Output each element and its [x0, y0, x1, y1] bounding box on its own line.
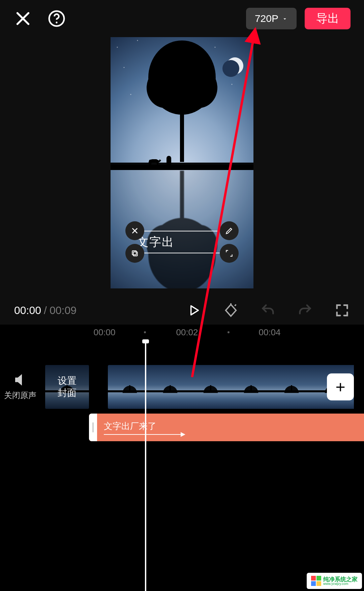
- clip-thumb[interactable]: [270, 365, 313, 409]
- redo-icon[interactable]: [297, 303, 313, 318]
- svg-point-3: [56, 22, 57, 23]
- ruler-dot: [228, 331, 230, 333]
- overlay-delete-icon[interactable]: [125, 221, 144, 240]
- tree-graphic: [145, 37, 219, 162]
- svg-rect-17: [132, 251, 136, 255]
- keyframe-icon[interactable]: [223, 303, 239, 318]
- svg-point-8: [162, 42, 202, 79]
- text-track-handle[interactable]: [89, 414, 97, 441]
- horse-graphic: [146, 157, 162, 166]
- cover-label: 设置 封面: [45, 365, 89, 409]
- export-label: 导出: [316, 11, 339, 26]
- overlay-text: 文字出: [135, 231, 229, 253]
- arrow-right-icon: [104, 434, 185, 435]
- close-icon[interactable]: [13, 9, 32, 28]
- total-time: 00:09: [50, 304, 77, 317]
- watermark: 纯净系统之家 www.ycwjzy.com: [307, 573, 362, 589]
- playhead[interactable]: [145, 341, 146, 591]
- text-track-label: 文字出厂来了: [104, 420, 357, 432]
- add-clip-button[interactable]: +: [327, 373, 354, 400]
- text-overlay[interactable]: 文字出: [135, 231, 229, 253]
- clip-strip: 关闭原声 设置 封面 +: [0, 365, 364, 409]
- watermark-logo-icon: [311, 576, 321, 586]
- help-icon[interactable]: [47, 9, 66, 28]
- cover-button[interactable]: 设置 封面: [45, 365, 89, 409]
- overlay-edit-icon[interactable]: [220, 221, 239, 240]
- current-time: 00:00: [14, 304, 41, 317]
- play-icon[interactable]: [186, 303, 202, 318]
- person-graphic: [166, 156, 171, 166]
- preview-frame[interactable]: 文字出: [111, 37, 253, 288]
- ruler-label: 00:00: [93, 327, 115, 338]
- ruler-label: 00:02: [176, 327, 198, 338]
- time-separator: /: [44, 304, 47, 317]
- fullscreen-icon[interactable]: [334, 303, 350, 318]
- moon-icon: [226, 57, 243, 74]
- mute-label: 关闭原声: [4, 390, 36, 401]
- svg-rect-16: [133, 252, 138, 256]
- ruler-label: 00:04: [259, 327, 280, 338]
- overlay-copy-icon[interactable]: [125, 244, 144, 263]
- mute-toggle[interactable]: 关闭原声: [0, 365, 40, 409]
- timeline-area: 00:00 00:02 00:04 关闭原声 设置 封面 + 文字出厂来了: [0, 324, 364, 591]
- svg-marker-18: [191, 306, 199, 315]
- timeline-ruler[interactable]: 00:00 00:02 00:04: [0, 325, 364, 343]
- preview-area: 文字出: [0, 37, 364, 288]
- clip-thumb[interactable]: [148, 365, 192, 409]
- playback-controls: 00:00 / 00:09: [0, 297, 364, 324]
- overlay-resize-icon[interactable]: [220, 244, 239, 263]
- watermark-url: www.ycwjzy.com: [323, 582, 358, 586]
- undo-icon[interactable]: [260, 303, 276, 318]
- plus-icon: +: [335, 377, 345, 397]
- clip-thumb[interactable]: [189, 365, 233, 409]
- ruler-dot: [144, 331, 146, 333]
- resolution-label: 720P: [255, 13, 278, 24]
- watermark-title: 纯净系统之家: [323, 576, 358, 582]
- text-track[interactable]: 文字出厂来了: [89, 414, 364, 441]
- clip-thumb[interactable]: [229, 365, 273, 409]
- resolution-button[interactable]: 720P: [246, 8, 297, 29]
- export-button[interactable]: 导出: [305, 8, 351, 29]
- clips-scroll[interactable]: [108, 365, 364, 409]
- top-bar: 720P 导出: [0, 0, 364, 37]
- chevron-down-icon: [282, 13, 288, 24]
